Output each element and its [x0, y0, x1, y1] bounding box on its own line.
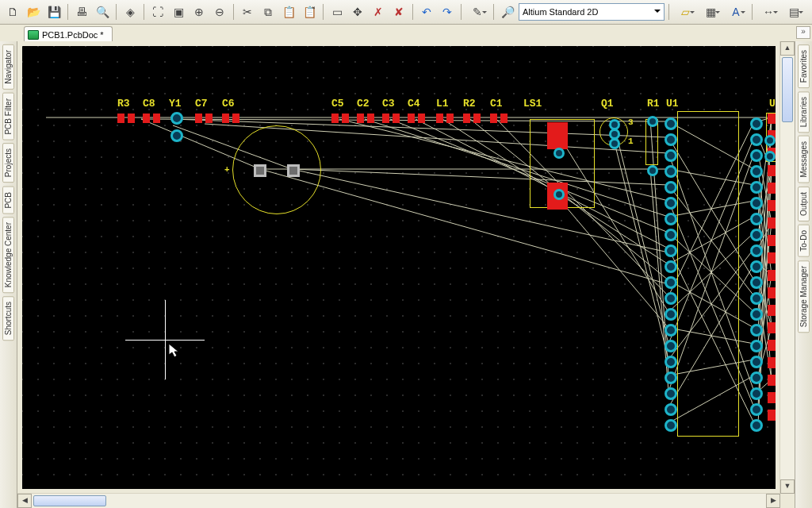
- pad-C3-1: [382, 114, 389, 123]
- layers-icon[interactable]: ◈: [121, 2, 140, 21]
- panel-tab-messages[interactable]: Messages: [798, 136, 810, 183]
- redo-icon[interactable]: ↷: [438, 2, 457, 21]
- u1-pad-r2: [750, 149, 763, 162]
- paste-icon[interactable]: 📋: [279, 2, 298, 21]
- panel-tab-pcb[interactable]: PCB: [2, 187, 14, 214]
- u1-pad-r17: [750, 387, 763, 400]
- undo-icon[interactable]: ↶: [417, 2, 436, 21]
- panel-tab-pcb-filter[interactable]: PCB Filter: [2, 93, 14, 140]
- ref-R3: R3: [117, 98, 130, 110]
- zoom-in-icon[interactable]: ⊕: [190, 2, 209, 21]
- preview-icon[interactable]: 🔍: [93, 2, 112, 21]
- tab-overflow-button[interactable]: »: [796, 26, 810, 39]
- panel-tab-projects[interactable]: Projects: [2, 143, 14, 183]
- u1-outline: [677, 111, 739, 437]
- u1-pad-l10: [665, 276, 677, 289]
- u2-pad-5: [768, 200, 776, 211]
- ref-Y1: Y1: [169, 98, 182, 110]
- pad-C8-1: [143, 114, 150, 123]
- pad-L1-1: [436, 114, 443, 123]
- move-icon[interactable]: ✥: [348, 2, 367, 21]
- ref-C7: C7: [195, 98, 208, 110]
- copy-icon[interactable]: ⧉: [259, 2, 278, 21]
- u2-pad-14: [768, 357, 776, 368]
- zoom-fit-icon[interactable]: ▣: [169, 2, 188, 21]
- crystal-outline: [232, 125, 321, 214]
- ref-LS1: LS1: [523, 98, 542, 110]
- scroll-left-icon[interactable]: ◀: [17, 494, 32, 508]
- editor-canvas-host: +31R3C8Y1C7C6C5C2C3C4L1R2C1LS1Q1R1U1U2 ▲…: [17, 41, 795, 508]
- view-config-value: Altium Standard 2D: [523, 7, 598, 17]
- panel-tab-libraries[interactable]: Libraries: [798, 91, 810, 133]
- panel-tab-favorites[interactable]: Favorites: [798, 44, 810, 88]
- svg-line-60: [292, 169, 668, 252]
- pcb-canvas[interactable]: +31R3C8Y1C7C6C5C2C3C4L1R2C1LS1Q1R1U1U2: [22, 46, 776, 489]
- scroll-up-icon[interactable]: ▲: [780, 41, 795, 56]
- r1-pad-2: [647, 165, 658, 176]
- mode-dropdown-icon[interactable]: ✎: [465, 2, 489, 21]
- u1-pad-l4: [665, 181, 677, 194]
- ref-Q1: Q1: [601, 98, 614, 110]
- u1-pad-l19: [665, 419, 677, 432]
- ref-U2: U2: [769, 98, 776, 110]
- scrollbar-horizontal[interactable]: ◀ ▶: [17, 493, 780, 508]
- deselect-icon[interactable]: ✗: [369, 2, 388, 21]
- u1-pad-l14: [665, 340, 677, 352]
- u2-pad-13: [768, 340, 776, 351]
- align-dropdown-icon[interactable]: ↔: [756, 2, 780, 21]
- pad-C1-2: [500, 114, 508, 123]
- ref-C1: C1: [490, 98, 503, 110]
- view-config-combo[interactable]: Altium Standard 2D: [519, 3, 665, 21]
- zoom-out-icon[interactable]: ⊖: [210, 2, 229, 21]
- main-toolbar: 🗋 📂 💾 🖶 🔍 ◈ ⛶ ▣ ⊕ ⊖ ✂ ⧉ 📋 📋̽ ▭ ✥ ✗ ✘ ↶ ↷…: [0, 0, 812, 25]
- cut-icon[interactable]: ✂: [238, 2, 257, 21]
- save-icon[interactable]: 💾: [44, 2, 63, 21]
- u1-pad-l1: [665, 133, 677, 146]
- panel-tab-knowledge-center[interactable]: Knowledge Center: [2, 217, 14, 293]
- paste-special-icon[interactable]: 📋̽: [300, 2, 319, 21]
- font-dropdown-icon[interactable]: A: [724, 2, 748, 21]
- q1-pad-3: [609, 138, 620, 149]
- highlight-dropdown-icon[interactable]: ▱: [673, 2, 697, 21]
- pad-C4-1: [408, 114, 415, 123]
- ratsnest-layer: [22, 46, 776, 489]
- panel-tab-to-do[interactable]: To-Do: [798, 225, 810, 257]
- panel-tab-storage-manager[interactable]: Storage Manager: [798, 260, 810, 333]
- panel-tab-navigator[interactable]: Navigator: [2, 44, 14, 90]
- grid-dropdown-icon[interactable]: ▦: [699, 2, 722, 21]
- u1-pad-l6: [665, 213, 677, 225]
- u1-pad-l8: [665, 244, 677, 257]
- u1-pad-r16: [750, 371, 763, 384]
- panel-tab-shortcuts[interactable]: Shortcuts: [2, 296, 14, 341]
- scrollbar-vertical[interactable]: ▲ ▼: [779, 41, 795, 494]
- print-icon[interactable]: 🖶: [72, 2, 91, 21]
- u2-pad-12: [768, 322, 776, 333]
- r1-pad-1: [647, 116, 658, 127]
- scroll-right-icon[interactable]: ▶: [766, 494, 780, 508]
- panel-tab-output[interactable]: Output: [798, 187, 810, 221]
- zoom-window-icon[interactable]: ⛶: [148, 2, 167, 21]
- document-tabstrip: PCB1.PcbDoc * »: [0, 25, 812, 43]
- pad-C8-2: [153, 114, 160, 123]
- open-icon[interactable]: 📂: [24, 2, 43, 21]
- ref-C6: C6: [222, 98, 235, 110]
- scroll-h-thumb[interactable]: [33, 495, 106, 506]
- scroll-down-icon[interactable]: ▼: [780, 479, 795, 494]
- select-rect-icon[interactable]: ▭: [327, 2, 347, 21]
- ref-C8: C8: [143, 98, 155, 110]
- clear-icon[interactable]: ✘: [389, 2, 408, 21]
- u2-pad-17: [768, 410, 776, 421]
- pad-L1-2: [446, 114, 454, 123]
- u2-hole-2: [764, 151, 776, 162]
- doc-tab-pcb1[interactable]: PCB1.PcbDoc *: [24, 26, 113, 42]
- scroll-v-thumb[interactable]: [782, 57, 793, 122]
- ref-C3: C3: [382, 98, 395, 110]
- u1-pad-l11: [665, 292, 677, 305]
- browse-icon[interactable]: 🔎: [498, 2, 517, 21]
- ls1-pad-top: [547, 122, 568, 149]
- layer-dropdown-icon[interactable]: ▤: [782, 2, 806, 21]
- u1-pad-r6: [750, 213, 763, 225]
- svg-line-13: [292, 169, 668, 185]
- new-icon[interactable]: 🗋: [3, 2, 22, 21]
- u2-pad-6: [768, 217, 776, 229]
